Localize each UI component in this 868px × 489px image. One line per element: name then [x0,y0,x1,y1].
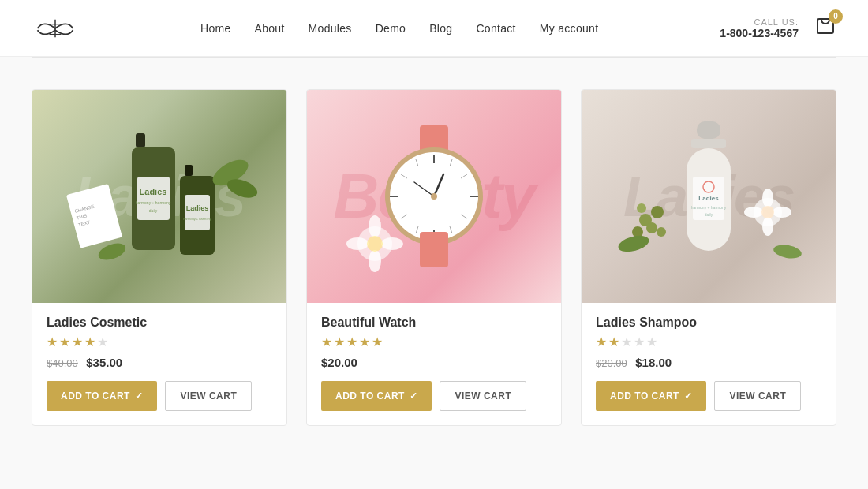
site-header: Home About Modules Demo Blog Contact My … [0,0,868,57]
product-price-old-3: $20.00 [596,357,627,369]
nav-demo[interactable]: Demo [376,22,406,35]
svg-point-56 [762,189,773,207]
star-2-3: ★ [346,334,357,349]
products-grid: Ladies CHANGE THIS TEXT Ladies harmony + [32,89,836,426]
call-us-number: 1-800-123-4567 [720,27,799,39]
star-3-1: ★ [596,334,607,349]
checkmark-icon-1: ✓ [135,390,144,401]
header-right: CALL US: 1-800-123-4567 0 [720,16,836,41]
product-price-only-2: $20.00 [321,356,357,369]
product-pricing-3: $20.00 $18.00 [596,356,821,370]
nav-blog[interactable]: Blog [429,22,452,35]
product-card-3: Ladies Ladies harmony + harmony daily [581,89,836,426]
star-1-5: ★ [97,334,108,349]
svg-point-39 [431,193,437,200]
svg-point-43 [369,250,381,272]
svg-point-42 [369,215,381,237]
star-3-2: ★ [608,334,619,349]
product-actions-1: ADD TO CART ✓ VIEW CART [47,381,272,411]
add-to-cart-button-3[interactable]: ADD TO CART ✓ [596,381,706,411]
svg-point-46 [367,236,383,252]
svg-text:Ladies: Ladies [140,187,167,196]
view-cart-button-3[interactable]: VIEW CART [714,381,801,411]
svg-text:harmony + harmony: harmony + harmony [136,200,171,205]
cart-badge: 0 [829,9,843,24]
svg-text:harmony + harmony: harmony + harmony [691,205,727,210]
product-info-3: Ladies Shampoo ★ ★ ★ ★ ★ $20.00 $18.00 A… [582,303,836,425]
svg-point-67 [616,233,650,255]
add-to-cart-label-1: ADD TO CART [61,390,130,401]
star-1-3: ★ [72,334,83,349]
product-actions-2: ADD TO CART ✓ VIEW CART [321,381,547,411]
nav-myaccount[interactable]: My account [540,22,599,35]
product-price-old-1: $40.00 [47,357,78,369]
star-2-4: ★ [359,334,370,349]
svg-point-59 [773,207,791,218]
checkmark-icon-3: ✓ [684,390,693,401]
call-us-label: CALL US: [720,17,799,27]
product-name-2: Beautiful Watch [321,315,547,330]
product-pricing-1: $40.00 $35.00 [47,356,272,370]
nav-home[interactable]: Home [200,22,231,35]
svg-point-44 [346,237,369,250]
svg-point-68 [773,243,803,260]
star-2-2: ★ [334,334,345,349]
view-cart-button-2[interactable]: VIEW CART [440,381,526,411]
svg-text:Ladies: Ladies [186,204,209,212]
nav-about[interactable]: About [255,22,285,35]
logo[interactable] [32,13,79,44]
product-pricing-2: $20.00 [321,356,547,370]
svg-point-21 [96,240,128,263]
svg-point-62 [651,206,664,218]
svg-point-57 [762,217,773,236]
svg-rect-16 [185,195,210,230]
checkmark-icon-2: ✓ [410,390,418,401]
call-us-block: CALL US: 1-800-123-4567 [720,17,799,39]
product-stars-1: ★ ★ ★ ★ ★ [47,334,272,349]
svg-point-45 [381,237,403,250]
product-actions-3: ADD TO CART ✓ VIEW CART [596,381,821,411]
svg-rect-8 [136,133,145,147]
svg-text:Ladies: Ladies [698,195,719,202]
product-name-3: Ladies Shampoo [596,315,821,330]
svg-text:harmony + harmony: harmony + harmony [183,217,211,221]
product-name-1: Ladies Cosmetic [47,315,272,330]
svg-rect-48 [691,139,726,148]
nav-modules[interactable]: Modules [309,22,352,35]
product-price-new-1: $35.00 [86,356,122,369]
product-stars-3: ★ ★ ★ ★ ★ [596,334,821,349]
svg-rect-10 [137,177,170,220]
svg-rect-14 [185,165,193,176]
nav-contact[interactable]: Contact [476,22,515,35]
products-section: Ladies CHANGE THIS TEXT Ladies harmony + [0,58,868,450]
star-2-1: ★ [321,334,332,349]
svg-text:daily: daily [149,208,158,213]
svg-point-64 [632,226,643,237]
svg-point-66 [637,203,646,213]
product-info-2: Beautiful Watch ★ ★ ★ ★ ★ $20.00 ADD TO … [307,303,561,425]
svg-rect-47 [697,121,720,139]
view-cart-button-1[interactable]: VIEW CART [165,381,252,411]
add-to-cart-label-3: ADD TO CART [610,390,679,401]
product-card-2: Beauty [306,89,562,426]
main-nav: Home About Modules Demo Blog Contact My … [200,22,598,35]
svg-point-60 [761,206,774,218]
svg-point-65 [657,227,666,237]
cart-button[interactable]: 0 [814,16,836,41]
star-3-5: ★ [646,334,657,349]
svg-rect-40 [420,232,448,267]
product-stars-2: ★ ★ ★ ★ ★ [321,334,547,349]
star-1-1: ★ [47,334,58,349]
svg-text:daily: daily [705,212,713,217]
svg-point-58 [744,207,763,218]
add-to-cart-button-1[interactable]: ADD TO CART ✓ [47,381,157,411]
star-1-2: ★ [59,334,70,349]
product-image-1: Ladies CHANGE THIS TEXT Ladies harmony + [32,90,286,303]
svg-rect-4 [66,184,122,248]
svg-point-63 [646,222,657,233]
add-to-cart-button-2[interactable]: ADD TO CART ✓ [321,381,432,411]
star-2-5: ★ [372,334,383,349]
product-info-1: Ladies Cosmetic ★ ★ ★ ★ ★ $40.00 $35.00 … [32,303,286,425]
add-to-cart-label-2: ADD TO CART [335,390,405,401]
star-3-4: ★ [634,334,645,349]
